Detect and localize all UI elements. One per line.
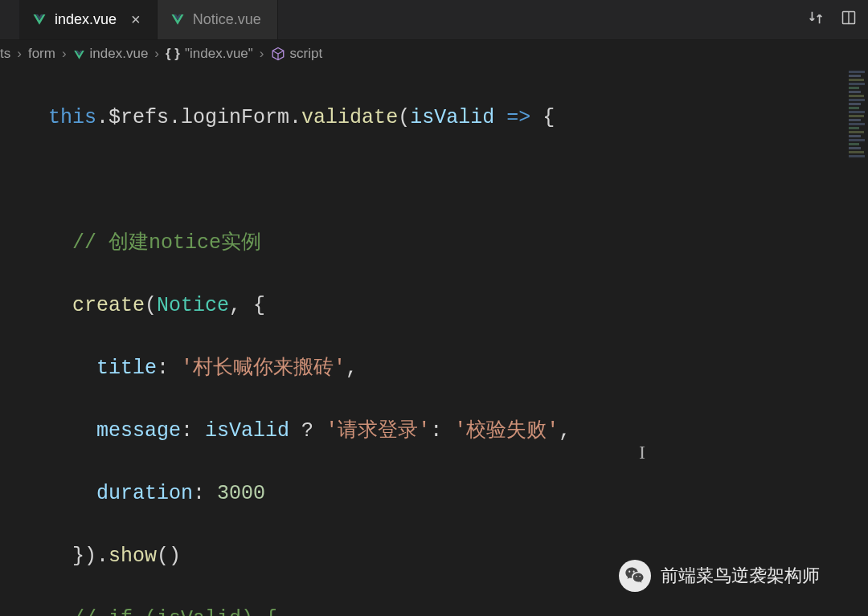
crumb-script[interactable]: script (271, 46, 323, 62)
tab-label: index.vue (55, 11, 117, 28)
crumb-ts[interactable]: ts (0, 46, 10, 62)
tab-index-vue[interactable]: index.vue × (19, 0, 158, 39)
compare-icon[interactable] (807, 9, 825, 31)
tab-actions (807, 0, 868, 39)
code-line: this.$refs.loginForm.validate(isValid =>… (48, 102, 868, 133)
tab-label: Notice.vue (193, 11, 261, 28)
crumb-symbol[interactable]: { } "index.vue" (166, 46, 253, 62)
chevron-right-icon: › (153, 46, 161, 62)
cube-icon (271, 47, 285, 61)
code-line: // 创建notice实例 (48, 227, 868, 259)
code-line: title: '村长喊你来搬砖', (48, 353, 868, 384)
close-icon[interactable]: × (128, 10, 144, 29)
wechat-icon (619, 560, 651, 592)
vue-icon (32, 14, 47, 27)
minimap[interactable] (849, 71, 866, 231)
braces-icon: { } (166, 46, 180, 62)
code-line (48, 165, 868, 196)
code-line: // if (isValid) { (48, 603, 868, 616)
tabs-bar: index.vue × Notice.vue (0, 0, 868, 40)
tab-notice-vue[interactable]: Notice.vue (158, 0, 278, 39)
chevron-right-icon: › (258, 46, 266, 62)
split-editor-icon[interactable] (841, 10, 857, 30)
watermark-text: 前端菜鸟逆袭架构师 (661, 564, 820, 588)
chevron-right-icon: › (15, 46, 23, 62)
watermark: 前端菜鸟逆袭架构师 (619, 560, 820, 592)
code-editor[interactable]: this.$refs.loginForm.validate(isValid =>… (0, 67, 868, 616)
breadcrumb[interactable]: ts › form › index.vue › { } "index.vue" … (0, 40, 868, 67)
vue-icon (73, 49, 85, 59)
text-cursor-icon: I (639, 442, 645, 463)
code-line: duration: 3000 (48, 478, 868, 509)
crumb-form[interactable]: form (28, 46, 55, 62)
code-line: create(Notice, { (48, 290, 868, 321)
vue-icon (170, 14, 185, 27)
tab-list: index.vue × Notice.vue (19, 0, 278, 39)
chevron-right-icon: › (60, 46, 68, 62)
crumb-file[interactable]: index.vue (73, 46, 149, 62)
code-line: message: isValid ? '请求登录': '校验失败', (48, 415, 868, 447)
